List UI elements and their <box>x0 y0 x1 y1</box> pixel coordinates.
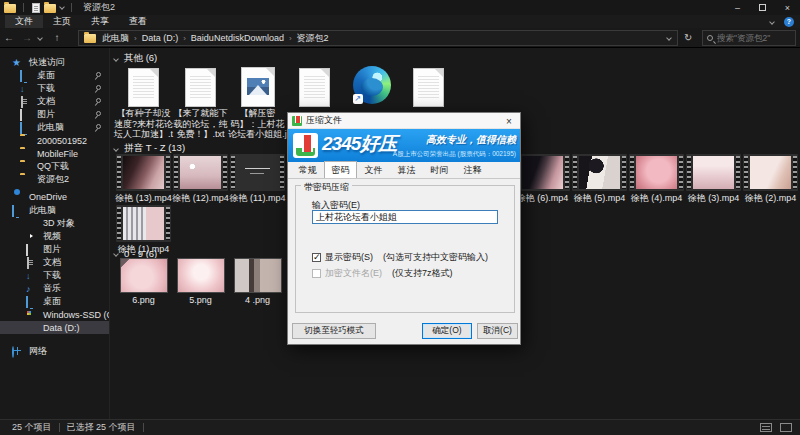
shortcut-arrow-icon: ↗ <box>353 94 363 104</box>
menu-tab-view[interactable]: 查看 <box>119 15 157 28</box>
close-button[interactable]: × <box>775 0 800 15</box>
breadcrumb-current[interactable]: 资源包2 <box>297 32 329 45</box>
separator <box>23 3 24 12</box>
sidebar-item-music[interactable]: ♪ 音乐 <box>0 282 109 295</box>
file-item-video[interactable]: 徐艳 (12).mp4 <box>172 154 229 204</box>
file-item-png[interactable]: 6.png <box>115 258 172 306</box>
sidebar-onedrive[interactable]: OneDrive <box>0 190 109 203</box>
file-item-edge-shortcut[interactable]: ↗ <box>343 62 400 108</box>
recent-locations-chevron-icon[interactable] <box>37 35 43 41</box>
tab-password[interactable]: 密码 <box>324 161 357 178</box>
file-item-txt[interactable] <box>286 62 343 108</box>
password-input[interactable] <box>312 210 498 224</box>
sidebar-item-3d-objects[interactable]: 3D 对象 <box>0 217 109 230</box>
dialog-tabs: 常规 密码 文件 算法 时间 注释 <box>288 162 520 179</box>
help-icon[interactable]: ? <box>784 17 794 27</box>
restore-button[interactable] <box>750 0 775 15</box>
show-password-row[interactable]: 显示密码(S) (勾选可支持中文密码输入) <box>312 251 488 264</box>
qat-chevron-down-icon[interactable] <box>59 4 65 10</box>
file-item-txt[interactable] <box>400 62 457 108</box>
sidebar-quick-access[interactable]: ★ 快速访问 <box>0 56 109 69</box>
file-item-video[interactable]: 徐艳 (3).mp4 <box>685 154 742 204</box>
menu-tab-file[interactable]: 文件 <box>5 15 43 28</box>
breadcrumb-this-pc[interactable]: 此电脑 <box>102 32 129 45</box>
file-item-txt[interactable]: 【有种子却没速度?来村花论坛人工加速】.txt <box>115 62 172 140</box>
file-item-video[interactable]: 徐艳 (6).mp4 <box>514 154 571 204</box>
sidebar-item-folder[interactable]: 2000501952 <box>0 134 109 147</box>
sidebar-item-pictures[interactable]: 图片 <box>0 108 109 121</box>
menu-tab-share[interactable]: 共享 <box>81 15 119 28</box>
qat-properties-icon[interactable] <box>32 3 40 13</box>
show-password-hint: (勾选可支持中文密码输入) <box>383 251 488 264</box>
ok-button[interactable]: 确定(O) <box>422 323 472 339</box>
sidebar-this-pc[interactable]: 此电脑 <box>0 204 109 217</box>
encrypt-name-row: 加密文件名(E) (仅支持7z格式) <box>312 267 453 280</box>
sidebar-item-desktop-pc[interactable]: 桌面 <box>0 295 109 308</box>
navigation-pane: ★ 快速访问 桌面 ↓ 下载 文档 图片 此电脑 2000501952 <box>0 48 110 419</box>
details-view-icon[interactable] <box>760 423 772 432</box>
video-thumbnail <box>743 154 798 191</box>
qat-new-folder-icon[interactable] <box>44 4 56 13</box>
switch-mode-button[interactable]: 切换至轻巧模式 <box>292 323 376 339</box>
banner-tagline: 高效专业，值得信赖 <box>426 133 516 147</box>
txt-file-icon <box>414 69 443 106</box>
document-icon <box>21 96 23 108</box>
pictures-icon <box>26 244 28 256</box>
sidebar-item-drive-d[interactable]: Data (D:) <box>0 321 109 334</box>
app-folder-icon <box>4 4 16 13</box>
file-item-video[interactable]: 徐艳 (4).mp4 <box>628 154 685 204</box>
search-input[interactable] <box>717 33 787 43</box>
encrypt-name-label: 加密文件名(E) <box>325 267 382 280</box>
sidebar-item-folder[interactable]: MobileFile <box>0 147 109 160</box>
search-box[interactable] <box>702 30 796 46</box>
breadcrumb-folder[interactable]: BaiduNetdiskDownload <box>191 33 284 43</box>
sidebar-item-drive-c[interactable]: Windows-SSD (C:) <box>0 308 109 321</box>
cancel-button[interactable]: 取消(C) <box>477 323 518 339</box>
sidebar-item-downloads-pc[interactable]: ↓ 下载 <box>0 269 109 282</box>
sidebar-item-videos[interactable]: 视频 <box>0 230 109 243</box>
sidebar-item-desktop[interactable]: 桌面 <box>0 69 109 82</box>
file-item-png[interactable]: 4 .png <box>229 258 286 306</box>
address-box[interactable]: 此电脑 › Data (D:) › BaiduNetdiskDownload ›… <box>78 30 678 46</box>
breadcrumb-drive[interactable]: Data (D:) <box>142 33 179 43</box>
compress-dialog: 压缩文件 × 2345好压 高效专业，值得信赖 A股上市公司荣誉出品 (股票代码… <box>287 112 521 345</box>
sidebar-network[interactable]: 网络 <box>0 345 109 358</box>
ribbon-collapse-icon[interactable] <box>769 19 775 25</box>
tab-time[interactable]: 时间 <box>423 163 456 178</box>
tab-algorithm[interactable]: 算法 <box>390 163 423 178</box>
show-password-checkbox[interactable] <box>312 253 321 262</box>
address-dropdown-icon[interactable] <box>666 35 672 41</box>
up-button[interactable]: ↑ <box>48 32 66 43</box>
sidebar-item-documents[interactable]: 文档 <box>0 95 109 108</box>
menu-tab-home[interactable]: 主页 <box>43 15 81 28</box>
dialog-titlebar[interactable]: 压缩文件 × <box>288 113 520 129</box>
thumbnail-view-icon[interactable] <box>780 423 792 432</box>
file-item-video[interactable]: 徐艳 (5).mp4 <box>571 154 628 204</box>
file-item-txt[interactable]: 【来了就能下载的论坛，纯免费！】.txt <box>172 62 229 140</box>
sidebar-item-folder[interactable]: QQ下载 <box>0 160 109 173</box>
sidebar-item-documents-pc[interactable]: 文档 <box>0 256 109 269</box>
groupbox-label: 带密码压缩 <box>301 181 352 194</box>
file-item-jpg[interactable]: 【解压密码】：上村花论坛看小姐姐.jpg <box>229 62 286 140</box>
refresh-icon[interactable]: ↻ <box>684 32 692 43</box>
file-item-png[interactable]: 5.png <box>172 258 229 306</box>
tab-files[interactable]: 文件 <box>357 163 390 178</box>
tab-general[interactable]: 常规 <box>291 163 324 178</box>
back-button[interactable]: ← <box>0 32 18 43</box>
forward-button[interactable]: → <box>18 32 36 43</box>
minimize-button[interactable]: – <box>725 0 750 15</box>
image-thumbnail <box>234 258 282 293</box>
file-item-video[interactable]: 徐艳 (13).mp4 <box>115 154 172 204</box>
location-folder-icon <box>84 34 96 43</box>
sidebar-item-pictures-pc[interactable]: 图片 <box>0 243 109 256</box>
tab-comment[interactable]: 注释 <box>456 163 489 178</box>
sidebar-item-downloads[interactable]: ↓ 下载 <box>0 82 109 95</box>
dialog-body: 带密码压缩 输入密码(E) 显示密码(S) (勾选可支持中文密码输入) 加密文件… <box>288 179 520 319</box>
window-title: 资源包2 <box>83 1 115 14</box>
file-item-video[interactable]: 徐艳 (2).mp4 <box>742 154 799 204</box>
file-item-video[interactable]: 徐艳 (11).mp4 <box>229 154 286 204</box>
dialog-close-button[interactable]: × <box>498 113 520 129</box>
sidebar-item-folder[interactable]: 资源包2 <box>0 173 109 186</box>
sidebar-item-thispc-pinned[interactable]: 此电脑 <box>0 121 109 134</box>
desktop-icon <box>20 70 22 82</box>
